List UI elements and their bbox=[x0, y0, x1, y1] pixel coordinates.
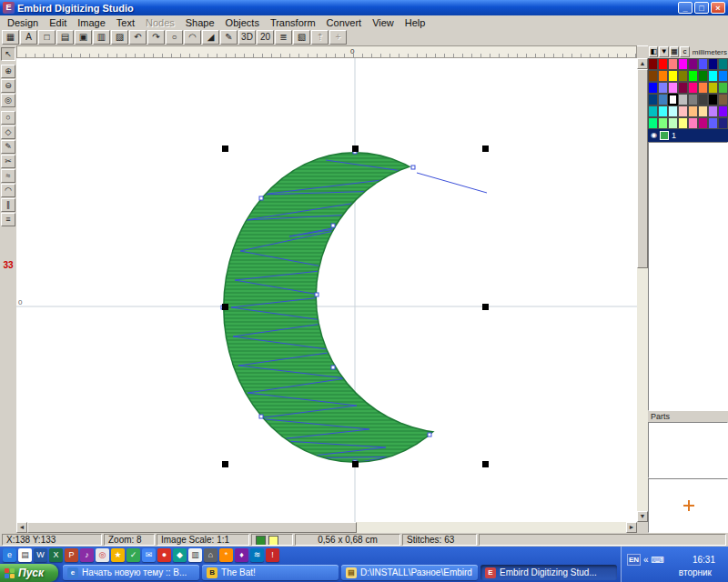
handle-mid-left[interactable] bbox=[222, 304, 228, 310]
palette-color[interactable] bbox=[698, 70, 708, 82]
palette-color[interactable] bbox=[658, 70, 668, 82]
palette-color[interactable] bbox=[698, 105, 708, 117]
palette-color[interactable] bbox=[708, 70, 718, 82]
quicklaunch-icon[interactable]: ✓ bbox=[126, 548, 140, 562]
palette-color[interactable] bbox=[718, 82, 728, 94]
menu-item[interactable]: Edit bbox=[44, 16, 72, 29]
palette-color[interactable] bbox=[688, 117, 698, 129]
palette-color[interactable] bbox=[688, 58, 698, 70]
palette-color[interactable] bbox=[698, 94, 708, 105]
collapse-tray-icon[interactable]: « bbox=[643, 555, 649, 565]
polygon-tool[interactable]: ◇ bbox=[1, 125, 15, 139]
vertical-scrollbar[interactable]: ▲ ▼ bbox=[637, 58, 648, 522]
palette-color[interactable] bbox=[648, 94, 658, 105]
palette-color[interactable] bbox=[648, 105, 658, 117]
fill-tool[interactable]: ≡ bbox=[1, 213, 15, 226]
quicklaunch-icon[interactable]: W bbox=[34, 548, 47, 562]
palette-color[interactable] bbox=[668, 105, 678, 117]
palette-color[interactable] bbox=[688, 94, 698, 105]
keyboard-icon[interactable]: ⌨ bbox=[652, 555, 664, 565]
circle-tool[interactable]: ○ bbox=[1, 111, 15, 125]
palette-color[interactable] bbox=[708, 117, 718, 129]
parameters-icon[interactable]: ≣ bbox=[275, 30, 292, 45]
palette-color[interactable] bbox=[668, 70, 678, 82]
close-button[interactable]: × bbox=[711, 2, 725, 14]
handle-bottom-center[interactable] bbox=[352, 461, 359, 467]
visibility-icon[interactable]: ◉ bbox=[651, 129, 657, 142]
quicklaunch-icon[interactable]: ♦ bbox=[235, 548, 248, 562]
palette-color[interactable] bbox=[658, 58, 668, 70]
palette-color[interactable] bbox=[678, 117, 688, 129]
quicklaunch-icon[interactable]: ● bbox=[157, 548, 171, 562]
design-manager-icon[interactable]: ▦ bbox=[2, 30, 19, 45]
compile-icon[interactable]: ⇡ bbox=[311, 30, 329, 45]
scroll-down-icon[interactable]: ▼ bbox=[637, 511, 648, 522]
palette-color[interactable] bbox=[708, 58, 718, 70]
redo-icon[interactable]: ↷ bbox=[147, 30, 165, 45]
background-color-swatch[interactable] bbox=[268, 536, 278, 546]
palette-color[interactable] bbox=[658, 94, 668, 105]
palette-color[interactable] bbox=[668, 58, 678, 70]
parts-panel[interactable] bbox=[648, 422, 728, 478]
shape-tool-icon[interactable]: ◢ bbox=[202, 30, 219, 45]
palette-color[interactable] bbox=[668, 82, 678, 94]
maximize-button[interactable]: □ bbox=[694, 2, 709, 14]
minimize-button[interactable]: _ bbox=[678, 2, 693, 14]
ellipse-tool-icon[interactable]: ○ bbox=[166, 30, 183, 45]
select-tool[interactable]: ↖ bbox=[1, 47, 15, 61]
palette-color[interactable] bbox=[648, 70, 658, 82]
quicklaunch-icon[interactable]: ◎ bbox=[96, 548, 109, 562]
arc-tool-icon[interactable]: ◠ bbox=[184, 30, 201, 45]
taskbar-task-button[interactable]: e Начать новую тему :: В... bbox=[63, 565, 199, 580]
palette-color[interactable] bbox=[708, 105, 718, 117]
new-design-icon[interactable]: □ bbox=[38, 30, 56, 45]
import-icon[interactable]: ▥ bbox=[93, 30, 110, 45]
zoom-in-tool[interactable]: ⊕ bbox=[1, 65, 15, 78]
palette-color[interactable] bbox=[718, 105, 728, 117]
save-icon[interactable]: ▣ bbox=[75, 30, 92, 45]
undo-icon[interactable]: ↶ bbox=[129, 30, 147, 45]
lettering-icon[interactable]: A bbox=[20, 30, 37, 45]
palette-color[interactable] bbox=[688, 70, 698, 82]
fill-mode-icon[interactable]: ▧ bbox=[293, 30, 310, 45]
menu-item[interactable]: Design bbox=[2, 16, 44, 29]
taskbar-task-button[interactable]: ▤ D:\INSTALL\Разное\Embird bbox=[341, 565, 478, 580]
taskbar-task-button[interactable]: B The Bat! bbox=[202, 565, 339, 580]
quicklaunch-icon[interactable]: * bbox=[219, 548, 233, 562]
horizontal-scrollbar[interactable]: ◄ ► bbox=[16, 522, 637, 533]
palette-color[interactable] bbox=[658, 105, 668, 117]
quicklaunch-icon[interactable]: ≋ bbox=[250, 548, 264, 562]
palette-color[interactable] bbox=[708, 82, 718, 94]
thread-color-swatch[interactable] bbox=[256, 536, 266, 546]
palette-color[interactable] bbox=[698, 117, 708, 129]
insert-icon[interactable]: + bbox=[329, 30, 347, 45]
open-icon[interactable]: ▤ bbox=[56, 30, 74, 45]
palette-color[interactable] bbox=[718, 58, 728, 70]
palette-color[interactable] bbox=[698, 58, 708, 70]
menu-item[interactable]: Transform bbox=[265, 16, 321, 29]
palette-dropdown-icon[interactable]: ▼ bbox=[659, 46, 668, 57]
color-mode-icon[interactable]: c bbox=[680, 46, 689, 57]
print-icon[interactable]: ▨ bbox=[111, 30, 128, 45]
handle-top-right[interactable] bbox=[482, 146, 489, 152]
column-tool[interactable]: ∥ bbox=[1, 198, 15, 212]
curve-tool[interactable]: ≈ bbox=[1, 169, 15, 183]
taskbar-task-button[interactable]: E Embird Digitizing Stud... bbox=[480, 565, 617, 580]
object-list-item-selected[interactable]: ◉ 1 bbox=[648, 129, 728, 142]
menu-item[interactable]: Image bbox=[72, 16, 111, 29]
palette-mode-icon[interactable]: ◧ bbox=[649, 46, 658, 57]
palette-color[interactable] bbox=[698, 82, 708, 94]
scroll-left-icon[interactable]: ◄ bbox=[16, 522, 27, 533]
vertical-scroll-track[interactable] bbox=[637, 69, 648, 511]
menu-item[interactable]: Text bbox=[111, 16, 140, 29]
quicklaunch-icon[interactable]: ▤ bbox=[18, 548, 32, 562]
palette-color[interactable] bbox=[718, 94, 728, 105]
grid-size-icon[interactable]: 20 bbox=[257, 30, 274, 45]
palette-color[interactable] bbox=[678, 94, 688, 105]
scroll-right-icon[interactable]: ► bbox=[626, 522, 637, 533]
horizontal-scroll-track[interactable] bbox=[27, 522, 626, 533]
palette-color[interactable] bbox=[648, 117, 658, 129]
menu-item[interactable]: Objects bbox=[220, 16, 265, 29]
menu-item[interactable]: Shape bbox=[180, 16, 220, 29]
quicklaunch-icon[interactable]: ⌂ bbox=[204, 548, 217, 562]
